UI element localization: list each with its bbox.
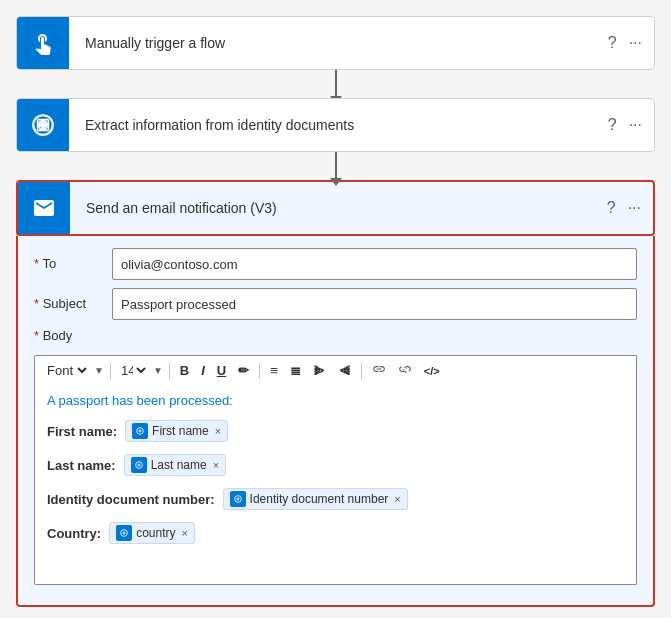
underline-button[interactable]: U bbox=[213, 361, 230, 380]
bold-button[interactable]: B bbox=[176, 361, 193, 380]
lastname-token[interactable]: Last name × bbox=[124, 454, 226, 476]
list-ol-button[interactable]: ≣ bbox=[286, 361, 305, 380]
subject-row: Subject bbox=[34, 288, 637, 320]
trigger-icon bbox=[17, 17, 69, 69]
italic-button[interactable]: I bbox=[197, 361, 209, 380]
arrow-1 bbox=[335, 70, 337, 98]
country-token-text: country bbox=[136, 526, 175, 540]
toolbar-divider-2 bbox=[169, 363, 170, 379]
subject-input[interactable] bbox=[112, 288, 637, 320]
list-ul-button[interactable]: ≡ bbox=[266, 361, 282, 380]
subject-label: Subject bbox=[34, 288, 104, 311]
align-right-button[interactable]: ⫷ bbox=[334, 361, 355, 380]
flow-container: Manually trigger a flow ? ··· ID Extract… bbox=[16, 16, 655, 607]
email-form: To Subject Body Font ▼ bbox=[16, 236, 655, 607]
unlink-button[interactable] bbox=[394, 360, 416, 381]
trigger-title: Manually trigger a flow bbox=[69, 35, 608, 51]
body-intro-text: A passport has been processed: bbox=[47, 393, 624, 408]
idnumber-token-icon bbox=[230, 491, 246, 507]
country-token-icon bbox=[116, 525, 132, 541]
extract-actions: ? ··· bbox=[608, 116, 654, 134]
email-step[interactable]: Send an email notification (V3) ? ··· bbox=[16, 180, 655, 236]
font-select[interactable]: Font bbox=[43, 362, 90, 379]
firstname-token-icon bbox=[132, 423, 148, 439]
email-title: Send an email notification (V3) bbox=[70, 200, 607, 216]
toolbar-divider-4 bbox=[361, 363, 362, 379]
country-token[interactable]: country × bbox=[109, 522, 195, 544]
trigger-help-icon[interactable]: ? bbox=[608, 34, 617, 52]
extract-title: Extract information from identity docume… bbox=[69, 117, 608, 133]
extract-help-icon[interactable]: ? bbox=[608, 116, 617, 134]
email-actions: ? ··· bbox=[607, 199, 653, 217]
country-label: Country: bbox=[47, 526, 101, 541]
email-icon bbox=[18, 182, 70, 234]
email-step-wrapper: Send an email notification (V3) ? ··· To… bbox=[16, 180, 655, 607]
idnumber-label: Identity document number: bbox=[47, 492, 215, 507]
extract-icon: ID bbox=[17, 99, 69, 151]
trigger-actions: ? ··· bbox=[608, 34, 654, 52]
trigger-step[interactable]: Manually trigger a flow ? ··· bbox=[16, 16, 655, 70]
body-country-row: Country: country × bbox=[47, 522, 624, 544]
extract-more-icon[interactable]: ··· bbox=[629, 116, 642, 134]
body-lastname-row: Last name: Last name × bbox=[47, 454, 624, 476]
extract-step[interactable]: ID Extract information from identity doc… bbox=[16, 98, 655, 152]
lastname-token-text: Last name bbox=[151, 458, 207, 472]
pen-button[interactable]: ✏ bbox=[234, 361, 253, 380]
idnumber-token-text: Identity document number bbox=[250, 492, 389, 506]
firstname-token-text: First name bbox=[152, 424, 209, 438]
body-toolbar: Font ▼ 14 ▼ B I U ✏ ≡ bbox=[34, 355, 637, 385]
body-idnumber-row: Identity document number: Identity docum… bbox=[47, 488, 624, 510]
to-label: To bbox=[34, 248, 104, 271]
svg-text:ID: ID bbox=[39, 119, 48, 129]
to-input[interactable] bbox=[112, 248, 637, 280]
body-firstname-row: First name: First name × bbox=[47, 420, 624, 442]
font-size-select[interactable]: 14 bbox=[117, 362, 149, 379]
toolbar-divider-1 bbox=[110, 363, 111, 379]
idnumber-token-remove[interactable]: × bbox=[394, 493, 400, 505]
toolbar-divider-3 bbox=[259, 363, 260, 379]
lastname-label: Last name: bbox=[47, 458, 116, 473]
to-row: To bbox=[34, 248, 637, 280]
firstname-token[interactable]: First name × bbox=[125, 420, 228, 442]
lastname-token-remove[interactable]: × bbox=[213, 459, 219, 471]
size-dropdown-icon: ▼ bbox=[153, 365, 163, 376]
email-help-icon[interactable]: ? bbox=[607, 199, 616, 217]
firstname-token-remove[interactable]: × bbox=[215, 425, 221, 437]
align-left-button[interactable]: ⫸ bbox=[309, 361, 330, 380]
body-label: Body bbox=[34, 328, 104, 343]
trigger-more-icon[interactable]: ··· bbox=[629, 34, 642, 52]
lastname-token-icon bbox=[131, 457, 147, 473]
firstname-label: First name: bbox=[47, 424, 117, 439]
country-token-remove[interactable]: × bbox=[182, 527, 188, 539]
arrow-2 bbox=[335, 152, 337, 180]
link-button[interactable] bbox=[368, 360, 390, 381]
body-row: Body Font ▼ 14 ▼ B bbox=[34, 328, 637, 585]
email-more-icon[interactable]: ··· bbox=[628, 199, 641, 217]
code-button[interactable]: </> bbox=[420, 363, 444, 379]
body-editor[interactable]: A passport has been processed: First nam… bbox=[34, 385, 637, 585]
idnumber-token[interactable]: Identity document number × bbox=[223, 488, 408, 510]
font-dropdown-icon: ▼ bbox=[94, 365, 104, 376]
